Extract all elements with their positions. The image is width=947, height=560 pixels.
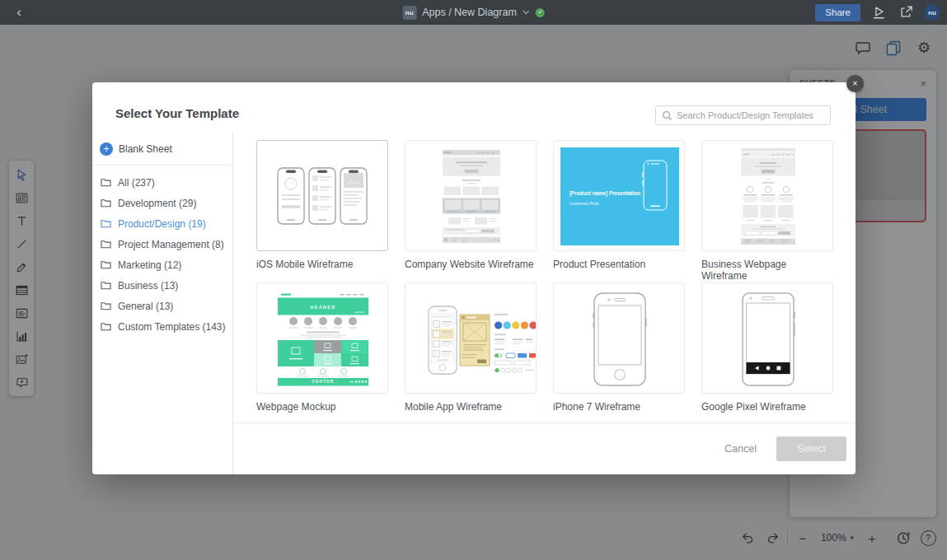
svg-text:[Product name] Presentation: [Product name] Presentation [570, 190, 640, 197]
export-share-icon [898, 5, 913, 20]
template-card-mobile-app-wireframe[interactable] [405, 282, 537, 394]
sidebar-item-general[interactable]: General (13) [92, 296, 232, 316]
template-name: iPhone 7 Wireframe [553, 401, 685, 413]
topbar: ‹ nu Apps / New Diagram ✓ Share nu [0, 0, 947, 25]
saved-indicator: ✓ [536, 8, 545, 17]
template-thumbnail: [Product name] Presentation Investment P… [554, 141, 685, 251]
share-button[interactable]: Share [815, 4, 860, 21]
template-cell: Mobile App Wireframe [405, 282, 537, 413]
sidebar-item-business[interactable]: Business (13) [92, 275, 232, 296]
export-button[interactable] [897, 3, 915, 21]
category-label: Development (29) [118, 198, 196, 209]
template-thumbnail [406, 283, 537, 394]
present-play-icon [871, 5, 886, 20]
breadcrumb: Apps / New Diagram [422, 7, 517, 18]
folder-icon [101, 322, 111, 331]
category-list: All (237) Development (29) Product/Desig… [92, 166, 232, 337]
folder-icon [101, 240, 111, 249]
template-card-ios-mobile-wireframe[interactable] [256, 140, 388, 251]
template-cell: iPhone 7 Wireframe [553, 282, 685, 413]
template-thumbnail [702, 141, 833, 251]
template-thumbnail [257, 141, 388, 251]
document-title[interactable]: nu Apps / New Diagram ✓ [402, 0, 545, 25]
sidebar-item-project-management[interactable]: Project Management (8) [92, 234, 232, 254]
template-thumbnail: HEADER [257, 283, 388, 394]
app-window: ⚙ SHEETS × Add Sheet − [0, 0, 947, 560]
template-name: Product Presentation [553, 259, 685, 271]
app-logo: nu [402, 6, 416, 20]
template-thumbnail [702, 283, 833, 394]
template-cell: iOS Mobile Wireframe [256, 140, 388, 271]
template-card-business-webpage-wireframe[interactable] [701, 140, 833, 251]
category-label: All (237) [118, 177, 155, 189]
select-template-modal: × Select Your Template + Blank Sheet All… [92, 82, 856, 474]
topbar-actions: Share nu [815, 0, 940, 25]
folder-icon [101, 198, 111, 208]
present-button[interactable] [870, 3, 888, 21]
back-button[interactable]: ‹ [8, 0, 30, 25]
search-input[interactable] [677, 110, 824, 120]
template-thumbnail [554, 283, 685, 394]
sidebar-item-product-design[interactable]: Product/Design (19) [92, 213, 232, 234]
folder-icon [101, 178, 111, 187]
modal-footer: Cancel Select [233, 422, 856, 474]
template-name: Business Webpage Wireframe [701, 259, 833, 271]
template-card-webpage-mockup[interactable]: HEADER [256, 282, 388, 394]
user-avatar[interactable]: nu [924, 4, 940, 21]
category-label: Product/Design (19) [118, 218, 206, 230]
cancel-button[interactable]: Cancel [724, 443, 757, 455]
sidebar-item-marketing[interactable]: Marketing (12) [92, 254, 232, 275]
folder-icon [101, 301, 111, 310]
blank-sheet-label: Blank Sheet [119, 143, 172, 155]
sidebar-item-all[interactable]: All (237) [92, 172, 232, 193]
template-cell: Company Website Wireframe [405, 140, 537, 271]
folder-icon [101, 260, 111, 269]
template-card-google-pixel-wireframe[interactable] [701, 282, 833, 394]
category-label: General (13) [118, 301, 173, 312]
template-grid: iOS Mobile Wireframe [256, 140, 833, 413]
template-cell: Google Pixel Wireframe [701, 282, 833, 413]
sidebar-item-development[interactable]: Development (29) [92, 193, 232, 213]
blank-sheet-item[interactable]: + Blank Sheet [92, 138, 232, 166]
template-cell: Business Webpage Wireframe [701, 140, 833, 271]
template-card-product-presentation[interactable]: [Product name] Presentation Investment P… [553, 140, 685, 251]
category-label: Business (13) [118, 280, 178, 292]
select-button[interactable]: Select [776, 436, 846, 461]
category-label: Marketing (12) [118, 259, 181, 271]
svg-text:FOOTER: FOOTER [312, 380, 334, 384]
svg-text:Investment Pitch: Investment Pitch [570, 202, 599, 206]
template-thumbnail [406, 141, 537, 251]
template-card-iphone-7-wireframe[interactable] [553, 282, 685, 394]
back-chevron-icon: ‹ [16, 4, 21, 21]
template-grid-area: iOS Mobile Wireframe [233, 132, 856, 474]
modal-close-button[interactable]: × [846, 75, 864, 92]
template-cell: [Product name] Presentation Investment P… [553, 140, 685, 271]
sidebar-item-custom-templates[interactable]: Custom Templates (143) [92, 316, 232, 337]
template-name: Company Website Wireframe [405, 259, 537, 271]
category-label: Project Management (8) [118, 239, 224, 250]
close-icon: × [853, 79, 858, 88]
folder-icon [101, 219, 111, 228]
template-name: Mobile App Wireframe [405, 401, 537, 413]
plus-circle-icon: + [100, 142, 113, 156]
template-name: Webpage Mockup [256, 401, 388, 413]
search-icon [662, 110, 673, 121]
title-chevron-down-icon [523, 10, 530, 15]
template-cell: HEADER [256, 282, 388, 413]
svg-text:HEADER: HEADER [311, 305, 336, 310]
template-card-company-website-wireframe[interactable] [405, 140, 537, 251]
template-category-sidebar: + Blank Sheet All (237) Development (29)… [92, 132, 233, 474]
category-label: Custom Templates (143) [118, 321, 226, 333]
template-name: Google Pixel Wireframe [701, 401, 833, 413]
modal-title: Select Your Template [115, 106, 239, 120]
template-search [655, 105, 831, 125]
template-name: iOS Mobile Wireframe [256, 259, 388, 271]
folder-icon [101, 281, 111, 290]
